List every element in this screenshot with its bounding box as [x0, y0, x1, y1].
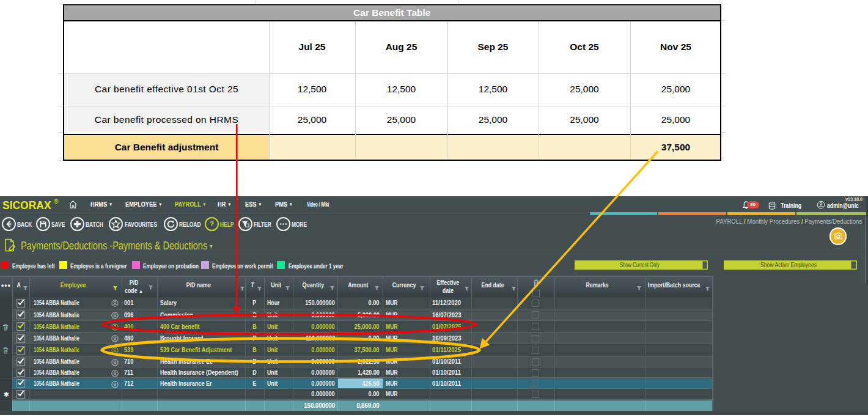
svg-text:?: ? — [209, 220, 213, 227]
